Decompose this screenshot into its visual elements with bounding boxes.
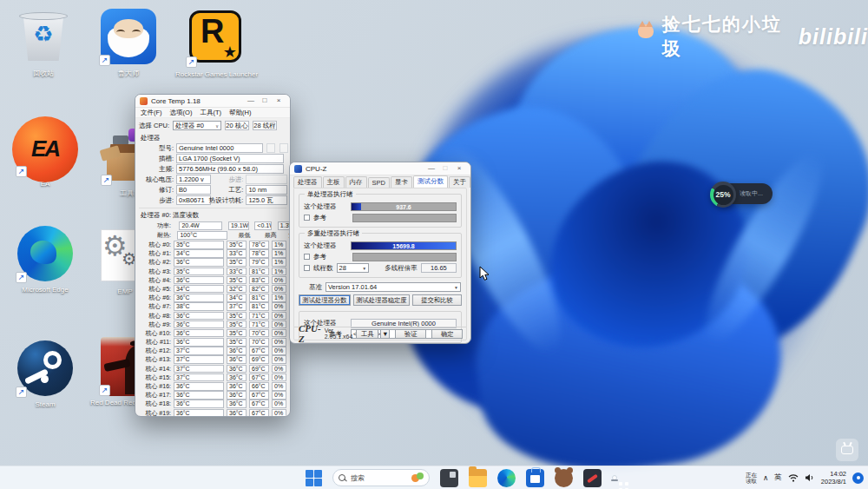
coretemp-titlebar[interactable]: Core Temp 1.18 — □ × [135, 95, 290, 108]
minimize-icon[interactable]: — [424, 162, 438, 175]
desktop-icon-ea[interactable]: EA ↗ EA [5, 120, 85, 188]
threads-badge: 28 线程 [253, 121, 277, 130]
core-temp-table: 核心 #0:35°C35°C78°C1%核心 #1:34°C33°C78°C1%… [135, 241, 290, 417]
core-temp-row: 核心 #0:35°C35°C78°C1% [135, 241, 290, 249]
core-label: 核心 #14: [137, 365, 171, 373]
desktop-icon-ludashi[interactable]: ↗ 鲁大师 [89, 9, 168, 78]
core-label: 核心 #18: [137, 400, 171, 408]
close-icon[interactable]: × [452, 162, 466, 175]
reference-checkbox[interactable] [304, 215, 310, 221]
menu-help[interactable]: 帮助(H) [229, 109, 251, 117]
validate-button[interactable]: 验证 [395, 329, 426, 339]
readings-title: 处理器 #0: 温度读数 [135, 210, 290, 221]
wifi-icon[interactable] [788, 470, 799, 486]
core-current-temp: 36°C [174, 382, 224, 391]
mini-player-button[interactable] [836, 439, 858, 461]
core-load: 0% [272, 347, 286, 355]
core-max-temp: 79°C [249, 258, 269, 267]
notification-badge[interactable] [852, 472, 864, 484]
edge-taskbar-icon[interactable] [497, 469, 516, 487]
submit-compare-button[interactable]: 提交和比较 [412, 294, 462, 306]
bench-version-select[interactable]: Version 17.01.64▼ [326, 282, 461, 292]
tab-cpu[interactable]: 处理器 [293, 176, 322, 188]
maximize-icon[interactable]: □ [258, 95, 272, 107]
cores-badge: 20 核心 [225, 121, 249, 130]
taskbar-app-dark[interactable] [440, 469, 458, 487]
minimize-icon[interactable]: — [244, 95, 258, 107]
core-label: 核心 #4: [137, 276, 171, 285]
file-explorer-icon[interactable] [469, 469, 487, 487]
core-label: 核心 #2: [137, 258, 171, 267]
ime-indicator[interactable]: 英 [774, 472, 782, 483]
desktop-icon-edge[interactable]: ↗ Microsoft Edge [5, 226, 85, 294]
ludashi-icon: ↗ [101, 9, 156, 64]
core-current-temp: 36°C [174, 312, 224, 320]
single-thread-group: 单处理器执行绪 这个处理器 937.6 参考 [299, 194, 462, 228]
cpuz-tabs: 处理器 主板 内存 SPD 显卡 测试分数 关于 [290, 175, 470, 188]
window-title: CPU-Z [306, 165, 326, 173]
single-thread-score-bar: 937.6 [351, 202, 457, 211]
menu-file[interactable]: 文件(F) [141, 109, 162, 117]
core-current-temp: 36°C [174, 320, 224, 329]
core-min-temp: 35°C [227, 320, 247, 329]
tools-dropdown-icon[interactable]: ▼ [380, 329, 390, 339]
bilibili-logo: bilibili [799, 24, 868, 50]
tab-graphics[interactable]: 显卡 [391, 176, 412, 188]
performance-widget[interactable]: 读取中... 25% [710, 182, 773, 206]
taskbar-app-active[interactable] [612, 475, 617, 480]
threads-select[interactable]: 28▼ [337, 263, 370, 273]
desktop-icon-recycle-bin[interactable]: ♻ 回收站 [3, 9, 83, 78]
core-min-temp: 32°C [227, 285, 247, 294]
core-label: 核心 #15: [137, 373, 171, 382]
core-min-temp: 36°C [227, 400, 247, 408]
icon-label: Microsoft Edge [5, 286, 85, 294]
start-button[interactable] [306, 470, 322, 486]
this-processor-label: 这个处理器 [304, 202, 347, 211]
core-temp-row: 核心 #11:36°C35°C70°C0% [135, 338, 290, 347]
menu-tools[interactable]: 工具(T) [200, 109, 221, 117]
desktop-icon-rockstar[interactable]: R★ ↗ Rockstar Games Launcher [175, 10, 255, 78]
power-value: <0.1W [254, 221, 272, 230]
core-label: 核心 #17: [137, 391, 171, 400]
tab-about[interactable]: 关于 [449, 176, 470, 188]
stress-cpu-button[interactable]: 测试处理器稳定度 [353, 294, 410, 306]
freq-value: 5776.56MHz (99.60 x 58.0) [176, 164, 284, 174]
reference-checkbox[interactable] [304, 254, 310, 260]
menu-options[interactable]: 选项(O) [170, 109, 193, 117]
ok-button[interactable]: 确定 [431, 329, 463, 339]
shortcut-arrow-icon: ↗ [99, 55, 110, 66]
core-current-temp: 36°C [174, 409, 224, 417]
tools-button[interactable]: 工具 [356, 329, 378, 339]
core-current-temp: 36°C [174, 329, 224, 338]
bench-cpu-button[interactable]: 测试处理器分数 [299, 294, 351, 306]
edge-icon: ↗ [17, 226, 73, 281]
shortcut-arrow-icon: ↗ [16, 272, 27, 283]
vid-label: 核心电压: [137, 175, 174, 184]
search-input[interactable]: 搜索 [332, 469, 430, 486]
extra-box [279, 143, 288, 153]
cpuz-titlebar[interactable]: CPU-Z — □ × [290, 162, 470, 175]
core-label: 核心 #9: [137, 320, 171, 329]
tdp-value: 125.0 瓦 [246, 195, 287, 205]
volume-icon[interactable] [805, 470, 815, 486]
taskbar-app-red[interactable] [583, 469, 602, 487]
tab-memory[interactable]: 内存 [345, 176, 367, 188]
core-temp-row: 核心 #12:37°C36°C67°C0% [135, 347, 290, 355]
tray-chevron-up-icon[interactable]: ∧ [763, 473, 768, 482]
clock[interactable]: 14:02 2023/8/1 [821, 470, 846, 486]
core-min-temp: 36°C [227, 365, 247, 373]
tab-mainboard[interactable]: 主板 [323, 176, 345, 188]
desktop-icon-steam[interactable]: ↗ Steam [5, 340, 85, 408]
close-icon[interactable]: × [272, 95, 286, 107]
cpu-select[interactable]: 处理器 #0∨ [173, 121, 221, 130]
core-load: 1% [272, 249, 286, 258]
microsoft-store-icon[interactable] [526, 469, 544, 487]
core-label: 核心 #13: [137, 355, 171, 364]
bench-panel: 单处理器执行绪 这个处理器 937.6 参考 多重处理器执行绪 这个 [293, 188, 467, 340]
tab-spd[interactable]: SPD [368, 177, 390, 188]
threads-checkbox[interactable] [304, 265, 310, 271]
tab-bench[interactable]: 测试分数 [413, 175, 448, 188]
model-value: Genuine Intel 0000 [176, 143, 263, 153]
taskbar-app-bear[interactable] [555, 469, 573, 487]
core-load: 0% [272, 338, 286, 347]
